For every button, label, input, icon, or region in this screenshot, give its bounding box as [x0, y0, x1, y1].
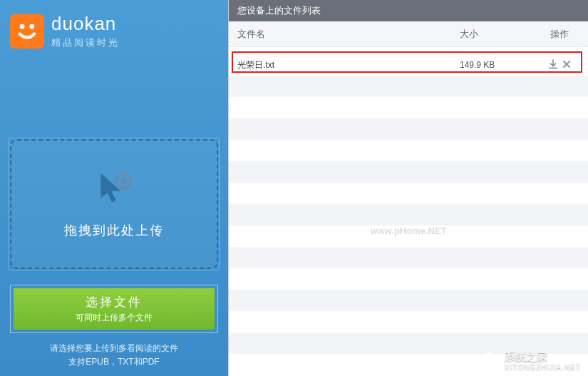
file-row[interactable]: 光荣日.txt 149.9 KB — [229, 54, 588, 76]
sidebar: duokan 精品阅读时光 拖拽到此处上传 选择文件 可同时上传多个文件 请选择… — [0, 0, 228, 376]
file-list-header: 您设备上的文件列表 — [229, 0, 588, 21]
list-item — [229, 290, 588, 311]
list-item — [229, 354, 588, 375]
column-header-row: 文件名 大小 操作 — [229, 21, 588, 47]
hint-line-1: 请选择您要上传到多看阅读的文件 — [0, 342, 228, 355]
column-op: 操作 — [531, 28, 588, 41]
logo-area: duokan 精品阅读时光 — [0, 13, 228, 49]
brand-name: duokan — [51, 13, 120, 35]
delete-icon[interactable] — [562, 59, 571, 71]
list-item — [229, 268, 588, 290]
list-item — [229, 332, 588, 354]
list-item — [229, 183, 588, 204]
list-item — [229, 225, 588, 247]
list-item — [229, 118, 588, 140]
download-icon[interactable] — [548, 59, 558, 71]
svg-point-0 — [20, 24, 25, 29]
list-item — [229, 97, 588, 118]
column-size: 大小 — [460, 28, 531, 41]
select-file-button[interactable]: 选择文件 可同时上传多个文件 — [14, 288, 215, 330]
hint-line-2: 支持EPUB，TXT和PDF — [0, 355, 228, 369]
list-item — [229, 204, 588, 225]
list-item — [229, 76, 588, 97]
select-file-subtitle: 可同时上传多个文件 — [76, 312, 153, 324]
main-panel: 您设备上的文件列表 文件名 大小 操作 光荣日.txt 149.9 KB — [228, 0, 588, 376]
file-size: 149.9 KB — [460, 60, 531, 70]
upload-hint: 请选择您要上传到多看阅读的文件 支持EPUB，TXT和PDF — [0, 342, 228, 369]
list-item — [229, 161, 588, 183]
brand-subtitle: 精品阅读时光 — [51, 36, 120, 49]
list-item — [229, 311, 588, 332]
select-file-wrap: 选择文件 可同时上传多个文件 — [10, 285, 218, 333]
list-item — [229, 140, 588, 161]
column-name: 文件名 — [229, 28, 460, 41]
select-file-title: 选择文件 — [86, 294, 143, 310]
file-name: 光荣日.txt — [229, 59, 460, 71]
upload-drop-zone[interactable]: 拖拽到此处上传 — [10, 139, 218, 269]
file-list: 光荣日.txt 149.9 KB www.pHome.NET — [229, 47, 588, 376]
brand-logo-icon — [10, 14, 44, 49]
cursor-plus-icon — [94, 169, 134, 209]
list-item — [229, 247, 588, 268]
svg-point-1 — [29, 24, 34, 29]
drop-zone-label: 拖拽到此处上传 — [64, 222, 164, 239]
